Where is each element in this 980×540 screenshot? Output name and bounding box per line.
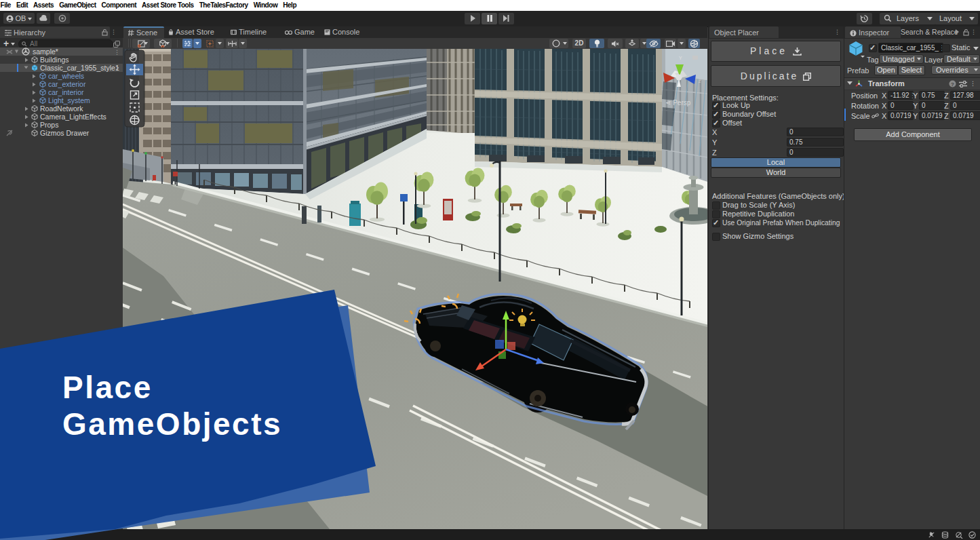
svg-text:Camera_LightEffects: Camera_LightEffects xyxy=(40,113,106,121)
svg-text:z: z xyxy=(699,79,701,83)
svg-text:car_interior: car_interior xyxy=(48,88,84,96)
svg-text:RoadNetwork: RoadNetwork xyxy=(40,104,83,113)
svg-text:car_exterior: car_exterior xyxy=(48,80,86,88)
svg-text:Buildings: Buildings xyxy=(40,56,69,64)
svg-text:Props: Props xyxy=(40,121,58,129)
svg-text:Gizmos Drawer: Gizmos Drawer xyxy=(40,129,90,137)
svg-text:Classic_car_1955_style1: Classic_car_1955_style1 xyxy=(40,64,119,72)
svg-text:?: ? xyxy=(951,81,954,88)
svg-text:⋖ Persp: ⋖ Persp xyxy=(665,99,691,107)
svg-text:Light_system: Light_system xyxy=(48,96,90,104)
svg-text:⋮: ⋮ xyxy=(114,49,120,56)
svg-text:car_wheels: car_wheels xyxy=(48,72,84,80)
svg-text:sample*: sample* xyxy=(33,47,58,56)
svg-text:Y: Y xyxy=(679,56,682,60)
